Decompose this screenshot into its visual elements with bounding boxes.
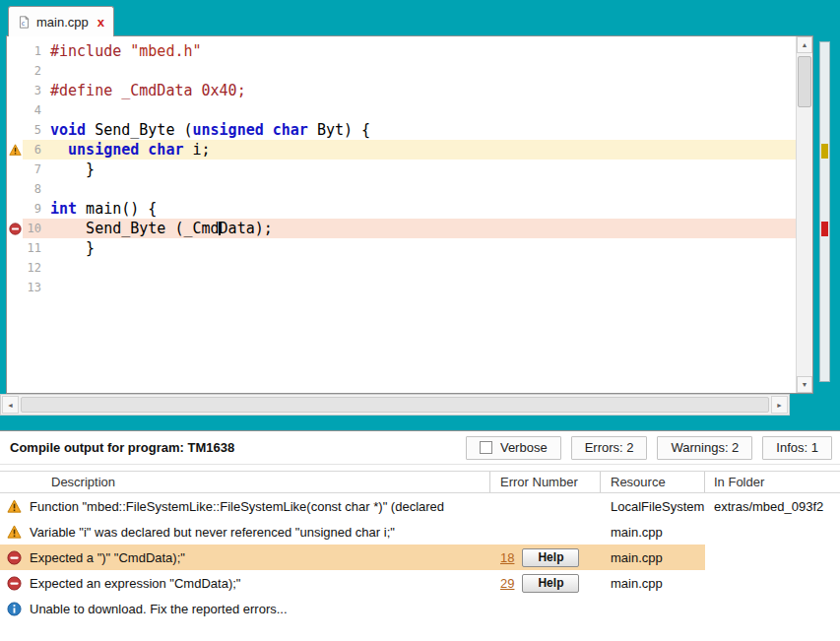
gutter-spacer (7, 199, 23, 219)
code-line-1[interactable]: 1#include "mbed.h" (7, 41, 796, 61)
verbose-toggle[interactable]: Verbose (466, 436, 561, 460)
problem-row[interactable]: Unable to download. Fix the reported err… (0, 596, 840, 621)
scroll-up-button[interactable]: ▲ (797, 36, 812, 53)
gutter-spacer (7, 179, 23, 199)
tab-label: main.cpp (36, 15, 89, 30)
code-line-10[interactable]: 10 Send_Byte (_CmdData); (7, 219, 796, 238)
scroll-down-button[interactable]: ▼ (797, 376, 812, 393)
problems-table-body: Function "mbed::FileSystemLike::FileSyst… (0, 493, 840, 621)
code-text: void Send_Byte (unsigned char Byt) { (46, 120, 796, 140)
code-text (46, 278, 796, 297)
problem-folder (705, 596, 840, 621)
code-text: int main() { (46, 199, 796, 219)
warning-marker[interactable] (821, 144, 828, 159)
code-text: } (46, 238, 796, 258)
resource-column-header[interactable]: Resource (601, 472, 705, 492)
code-line-6[interactable]: 6 unsigned char i; (7, 140, 796, 160)
horizontal-scrollbar[interactable]: ◄ ► (0, 394, 790, 416)
line-number: 8 (23, 179, 46, 199)
compile-output-header: Compile output for program: TM1638 Verbo… (0, 431, 840, 465)
vertical-scroll-thumb[interactable] (798, 56, 811, 107)
horizontal-scroll-thumb[interactable] (21, 397, 769, 413)
error-marker[interactable] (821, 222, 828, 236)
line-number: 5 (23, 120, 46, 140)
error-number-link[interactable]: 29 (500, 576, 514, 591)
tab-close-icon[interactable]: x (97, 15, 104, 30)
code-text: } (46, 160, 796, 179)
gutter-spacer (7, 238, 23, 258)
line-number: 13 (23, 278, 46, 297)
line-number: 7 (23, 160, 46, 179)
problem-resource: main.cpp (601, 570, 705, 596)
line-number: 4 (23, 100, 46, 120)
code-line-13[interactable]: 13 (7, 278, 796, 297)
problem-folder (705, 545, 840, 570)
code-text: unsigned char i; (46, 140, 796, 160)
warnings-count-button[interactable]: Warnings: 2 (657, 436, 752, 460)
gutter-spacer (7, 278, 23, 297)
cpp-file-icon: c (18, 15, 31, 30)
code-text: #define _CmdData 0x40; (46, 81, 796, 100)
svg-text:c: c (22, 20, 26, 28)
code-editor[interactable]: 1#include "mbed.h"23#define _CmdData 0x4… (6, 35, 813, 394)
gutter-spacer (7, 258, 23, 278)
error-number-cell (490, 519, 601, 545)
code-line-7[interactable]: 7 } (7, 160, 796, 179)
code-line-4[interactable]: 4 (7, 100, 796, 120)
line-number: 11 (23, 238, 46, 258)
problem-row[interactable]: Expected an expression "CmdData);"29Help… (0, 570, 840, 596)
code-line-8[interactable]: 8 (7, 179, 796, 199)
code-text (46, 61, 796, 81)
problem-resource: main.cpp (601, 545, 705, 570)
problem-row[interactable]: Function "mbed::FileSystemLike::FileSyst… (0, 493, 840, 519)
code-line-5[interactable]: 5void Send_Byte (unsigned char Byt) { (7, 120, 796, 140)
info-icon (0, 596, 28, 621)
error-number-cell (490, 596, 601, 621)
problem-folder: extras/mbed_093f2 (705, 493, 840, 519)
help-button[interactable]: Help (522, 548, 579, 567)
gutter-spacer (7, 41, 23, 61)
problem-row[interactable]: Expected a ")" "CmdData);"18Helpmain.cpp (0, 545, 840, 570)
errors-count-button[interactable]: Errors: 2 (571, 436, 648, 460)
help-button[interactable]: Help (522, 574, 579, 593)
scroll-right-button[interactable]: ► (771, 396, 788, 414)
infos-count-button[interactable]: Infos: 1 (762, 436, 832, 460)
annotation-ruler[interactable] (819, 41, 830, 382)
in-folder-column-header[interactable]: In Folder (705, 472, 840, 492)
warning-icon (0, 493, 28, 519)
code-line-12[interactable]: 12 (7, 258, 796, 278)
problem-description: Expected a ")" "CmdData);" (28, 545, 490, 570)
problems-table-header: Description Error Number Resource In Fol… (0, 471, 840, 493)
code-area[interactable]: 1#include "mbed.h"23#define _CmdData 0x4… (7, 36, 796, 393)
line-number: 1 (23, 41, 46, 61)
line-number: 12 (23, 258, 46, 278)
code-text: #include "mbed.h" (46, 41, 796, 61)
gutter-spacer (7, 61, 23, 81)
line-number: 9 (23, 199, 46, 219)
problem-resource (601, 596, 705, 621)
warning-gutter-icon (7, 140, 23, 160)
scroll-left-button[interactable]: ◄ (2, 396, 19, 414)
icon-column-header (0, 472, 28, 492)
problem-description: Expected an expression "CmdData);" (28, 570, 490, 596)
code-line-11[interactable]: 11 } (7, 238, 796, 258)
problem-folder (705, 519, 840, 545)
vertical-scrollbar[interactable]: ▲ ▼ (796, 36, 812, 393)
code-line-3[interactable]: 3#define _CmdData 0x40; (7, 81, 796, 100)
error-number-column-header[interactable]: Error Number (490, 472, 601, 492)
description-column-header[interactable]: Description (28, 472, 490, 492)
error-icon (0, 545, 28, 570)
error-icon (0, 570, 28, 596)
line-number: 10 (23, 219, 46, 238)
verbose-checkbox[interactable] (480, 441, 492, 454)
code-line-2[interactable]: 2 (7, 61, 796, 81)
problem-row[interactable]: Variable "i" was declared but never refe… (0, 519, 840, 545)
gutter-spacer (7, 81, 23, 100)
gutter-spacer (7, 120, 23, 140)
error-number-cell: 29Help (490, 570, 601, 596)
code-text (46, 100, 796, 120)
tab-main-cpp[interactable]: c main.cpp x (8, 6, 114, 36)
problem-description: Variable "i" was declared but never refe… (28, 519, 490, 545)
error-number-link[interactable]: 18 (500, 550, 514, 565)
code-line-9[interactable]: 9int main() { (7, 199, 796, 219)
